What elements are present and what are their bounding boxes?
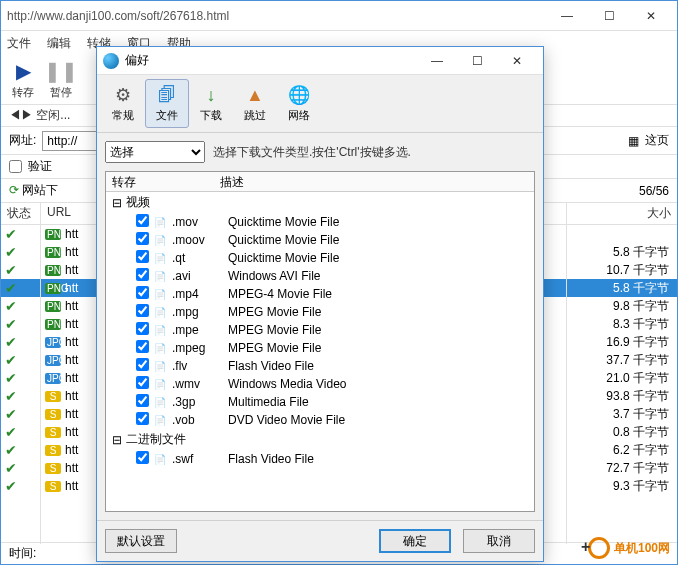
ext-row[interactable]: 📄.flvFlash Video File	[106, 357, 534, 375]
status-cell[interactable]: ✔	[1, 243, 40, 261]
pause-button[interactable]: ❚❚ 暂停	[45, 59, 77, 100]
ext-desc: MPEG Movie File	[228, 305, 528, 319]
size-cell[interactable]	[567, 225, 677, 243]
status-cell[interactable]: ✔	[1, 333, 40, 351]
select-dropdown[interactable]: 选择	[105, 141, 205, 163]
status-cell[interactable]: ✔	[1, 369, 40, 387]
status-cell[interactable]: ✔	[1, 261, 40, 279]
ext-checkbox[interactable]	[136, 376, 149, 389]
pref-minimize-button[interactable]: —	[417, 48, 457, 74]
ext-checkbox[interactable]	[136, 451, 149, 464]
常规-icon: ⚙	[104, 84, 142, 106]
address-input[interactable]	[42, 131, 102, 151]
status-cell[interactable]: ✔	[1, 279, 40, 297]
cancel-button[interactable]: 取消	[463, 529, 535, 553]
ext-row[interactable]: 📄.qtQuicktime Movie File	[106, 249, 534, 267]
ext-checkbox[interactable]	[136, 268, 149, 281]
pref-tabs: ⚙常规🗐文件↓下载▲跳过🌐网络	[97, 75, 543, 133]
ext-checkbox[interactable]	[136, 232, 149, 245]
status-cell[interactable]: ✔	[1, 297, 40, 315]
pref-buttons: 默认设置 确定 取消	[97, 520, 543, 561]
status-cell[interactable]: ✔	[1, 405, 40, 423]
hint-text: 选择下载文件类型.按住'Ctrl'按键多选.	[213, 144, 411, 161]
ext-checkbox[interactable]	[136, 358, 149, 371]
ext-row[interactable]: 📄.movQuicktime Movie File	[106, 213, 534, 231]
size-cell[interactable]: 9.8 千字节	[567, 297, 677, 315]
status-cell[interactable]: ✔	[1, 441, 40, 459]
file-type-icon: PNG	[45, 301, 61, 312]
status-cell[interactable]: ✔	[1, 225, 40, 243]
ext-row[interactable]: 📄.mpeMPEG Movie File	[106, 321, 534, 339]
pref-close-button[interactable]: ✕	[497, 48, 537, 74]
url-text: htt	[65, 281, 78, 295]
group-binary[interactable]: ⊟ 二进制文件	[106, 429, 534, 450]
col-size-header[interactable]: 大小	[567, 203, 677, 225]
menu-file[interactable]: 文件	[7, 35, 31, 52]
check-icon: ✔	[5, 298, 17, 314]
menu-edit[interactable]: 编辑	[47, 35, 71, 52]
ext-row[interactable]: 📄.aviWindows AVI File	[106, 267, 534, 285]
size-cell[interactable]: 6.2 千字节	[567, 441, 677, 459]
verify-checkbox[interactable]	[9, 160, 22, 173]
ext-row[interactable]: 📄.mpegMPEG Movie File	[106, 339, 534, 357]
pref-maximize-button[interactable]: ☐	[457, 48, 497, 74]
size-cell[interactable]: 9.3 千字节	[567, 477, 677, 495]
size-cell[interactable]: 16.9 千字节	[567, 333, 677, 351]
size-cell[interactable]: 72.7 千字节	[567, 459, 677, 477]
group-video[interactable]: ⊟ 视频	[106, 192, 534, 213]
col-status-header[interactable]: 状态	[1, 203, 40, 225]
size-cell[interactable]: 5.8 千字节	[567, 279, 677, 297]
file-icon: 📄	[154, 343, 172, 354]
status-cell[interactable]: ✔	[1, 387, 40, 405]
ext-col1-header[interactable]: 转存	[106, 172, 214, 191]
ext-checkbox[interactable]	[136, 322, 149, 335]
save-button[interactable]: ▶ 转存	[7, 59, 39, 100]
ext-row[interactable]: 📄.3gpMultimedia File	[106, 393, 534, 411]
url-text: htt	[65, 353, 78, 367]
size-cell[interactable]: 5.8 千字节	[567, 243, 677, 261]
size-cell[interactable]: 93.8 千字节	[567, 387, 677, 405]
ext-checkbox[interactable]	[136, 394, 149, 407]
pref-tab-跳过[interactable]: ▲跳过	[233, 79, 277, 128]
ext-checkbox[interactable]	[136, 412, 149, 425]
ext-row[interactable]: 📄.swfFlash Video File	[106, 450, 534, 468]
size-cell[interactable]: 0.8 千字节	[567, 423, 677, 441]
ext-desc: DVD Video Movie File	[228, 413, 528, 427]
status-cell[interactable]: ✔	[1, 315, 40, 333]
pref-tab-常规[interactable]: ⚙常规	[101, 79, 145, 128]
check-icon: ✔	[5, 226, 17, 242]
close-button[interactable]: ✕	[631, 3, 671, 29]
size-cell[interactable]: 3.7 千字节	[567, 405, 677, 423]
refresh-icon[interactable]: ⟳	[9, 183, 19, 197]
ext-row[interactable]: 📄.vobDVD Video Movie File	[106, 411, 534, 429]
ext-checkbox[interactable]	[136, 340, 149, 353]
ext-checkbox[interactable]	[136, 214, 149, 227]
status-cell[interactable]: ✔	[1, 477, 40, 495]
pref-tab-文件[interactable]: 🗐文件	[145, 79, 189, 128]
ext-checkbox[interactable]	[136, 286, 149, 299]
ext-checkbox[interactable]	[136, 250, 149, 263]
size-cell[interactable]: 21.0 千字节	[567, 369, 677, 387]
ext-col2-header[interactable]: 描述	[214, 172, 534, 191]
check-icon: ✔	[5, 334, 17, 350]
status-cell[interactable]: ✔	[1, 351, 40, 369]
collapse-icon: ⊟	[112, 433, 122, 447]
size-cell[interactable]: 10.7 千字节	[567, 261, 677, 279]
size-cell[interactable]: 8.3 千字节	[567, 315, 677, 333]
ext-row[interactable]: 📄.mpgMPEG Movie File	[106, 303, 534, 321]
ok-button[interactable]: 确定	[379, 529, 451, 553]
default-button[interactable]: 默认设置	[105, 529, 177, 553]
minimize-button[interactable]: —	[547, 3, 587, 29]
ext-checkbox[interactable]	[136, 304, 149, 317]
ext-row[interactable]: 📄.mp4MPEG-4 Movie File	[106, 285, 534, 303]
pref-tab-下载[interactable]: ↓下载	[189, 79, 233, 128]
pref-tab-网络[interactable]: 🌐网络	[277, 79, 321, 128]
ext-row[interactable]: 📄.moovQuicktime Movie File	[106, 231, 534, 249]
ext-name: .mpeg	[172, 341, 228, 355]
ext-row[interactable]: 📄.wmvWindows Media Video	[106, 375, 534, 393]
status-cell[interactable]: ✔	[1, 423, 40, 441]
maximize-button[interactable]: ☐	[589, 3, 629, 29]
status-cell[interactable]: ✔	[1, 459, 40, 477]
size-cell[interactable]: 37.7 千字节	[567, 351, 677, 369]
url-text: htt	[65, 425, 78, 439]
